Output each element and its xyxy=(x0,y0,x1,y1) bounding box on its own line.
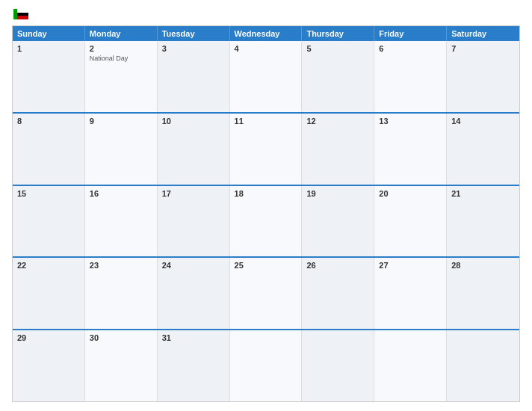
day-number: 21 xyxy=(451,189,515,198)
day-number: 10 xyxy=(162,117,225,126)
day-cell: 28 xyxy=(447,258,519,329)
day-number: 23 xyxy=(90,261,152,270)
header xyxy=(12,9,520,19)
day-number: 8 xyxy=(17,117,80,126)
day-number: 25 xyxy=(235,261,297,270)
week-row-1: 12National Day34567 xyxy=(13,41,519,114)
day-number: 3 xyxy=(162,44,225,53)
day-cell: 29 xyxy=(13,330,85,401)
day-cell: 9 xyxy=(85,114,158,185)
day-cell xyxy=(447,330,519,401)
day-cell: 14 xyxy=(447,114,519,185)
day-number: 15 xyxy=(17,189,80,198)
calendar-header: SundayMondayTuesdayWednesdayThursdayFrid… xyxy=(13,26,519,41)
day-number: 31 xyxy=(162,333,225,342)
day-cell: 5 xyxy=(302,41,374,112)
calendar: SundayMondayTuesdayWednesdayThursdayFrid… xyxy=(12,25,520,402)
day-number: 28 xyxy=(451,261,515,270)
day-number: 29 xyxy=(17,333,80,342)
day-cell: 27 xyxy=(374,258,447,329)
day-cell: 2National Day xyxy=(85,41,158,112)
weekday-header-monday: Monday xyxy=(85,26,158,41)
day-cell: 10 xyxy=(158,114,230,185)
day-number: 30 xyxy=(90,333,152,342)
day-cell: 17 xyxy=(158,186,230,257)
day-number: 24 xyxy=(162,261,225,270)
day-number: 9 xyxy=(90,117,152,126)
day-number: 6 xyxy=(379,44,442,53)
day-cell: 13 xyxy=(374,114,447,185)
day-number: 27 xyxy=(379,261,442,270)
day-cell: 3 xyxy=(158,41,230,112)
day-number: 19 xyxy=(306,189,369,198)
day-cell: 20 xyxy=(374,186,447,257)
day-number: 12 xyxy=(306,117,369,126)
logo-flag-icon xyxy=(13,9,28,19)
day-cell: 1 xyxy=(13,41,85,112)
day-cell: 16 xyxy=(85,186,158,257)
day-cell: 25 xyxy=(230,258,303,329)
day-number: 7 xyxy=(451,44,515,53)
day-number: 22 xyxy=(17,261,80,270)
svg-rect-2 xyxy=(17,9,28,13)
day-cell: 21 xyxy=(447,186,519,257)
day-number: 1 xyxy=(17,44,80,53)
day-number: 5 xyxy=(306,44,369,53)
day-number: 26 xyxy=(306,261,369,270)
day-cell: 30 xyxy=(85,330,158,401)
day-number: 17 xyxy=(162,189,225,198)
day-cell: 24 xyxy=(158,258,230,329)
day-cell: 23 xyxy=(85,258,158,329)
week-row-2: 891011121314 xyxy=(13,114,519,186)
logo xyxy=(12,9,30,19)
day-number: 2 xyxy=(90,44,152,53)
calendar-body: 12National Day34567891011121314151617181… xyxy=(13,41,519,401)
day-cell: 12 xyxy=(302,114,374,185)
day-cell: 19 xyxy=(302,186,374,257)
svg-rect-4 xyxy=(17,16,28,19)
day-number: 18 xyxy=(235,189,297,198)
day-number: 4 xyxy=(235,44,297,53)
day-number: 20 xyxy=(379,189,442,198)
day-cell xyxy=(302,330,374,401)
day-number: 13 xyxy=(379,117,442,126)
weekday-header-wednesday: Wednesday xyxy=(230,26,303,41)
week-row-3: 15161718192021 xyxy=(13,186,519,259)
weekday-header-friday: Friday xyxy=(374,26,447,41)
weekday-header-saturday: Saturday xyxy=(447,26,519,41)
calendar-page: SundayMondayTuesdayWednesdayThursdayFrid… xyxy=(0,0,532,411)
day-cell: 18 xyxy=(230,186,303,257)
day-number: 14 xyxy=(451,117,515,126)
day-cell: 22 xyxy=(13,258,85,329)
day-cell: 15 xyxy=(13,186,85,257)
svg-rect-3 xyxy=(17,13,28,16)
week-row-4: 22232425262728 xyxy=(13,258,519,330)
day-cell: 4 xyxy=(230,41,303,112)
weekday-header-thursday: Thursday xyxy=(302,26,374,41)
holiday-label: National Day xyxy=(90,55,152,62)
day-cell: 7 xyxy=(447,41,519,112)
day-cell: 26 xyxy=(302,258,374,329)
day-cell: 6 xyxy=(374,41,447,112)
day-number: 11 xyxy=(235,117,297,126)
svg-rect-1 xyxy=(13,9,17,19)
week-row-5: 293031 xyxy=(13,330,519,401)
day-cell: 31 xyxy=(158,330,230,401)
day-number: 16 xyxy=(90,189,152,198)
weekday-header-tuesday: Tuesday xyxy=(158,26,230,41)
weekday-header-sunday: Sunday xyxy=(13,26,85,41)
day-cell xyxy=(374,330,447,401)
day-cell: 8 xyxy=(13,114,85,185)
day-cell: 11 xyxy=(230,114,303,185)
day-cell xyxy=(230,330,303,401)
